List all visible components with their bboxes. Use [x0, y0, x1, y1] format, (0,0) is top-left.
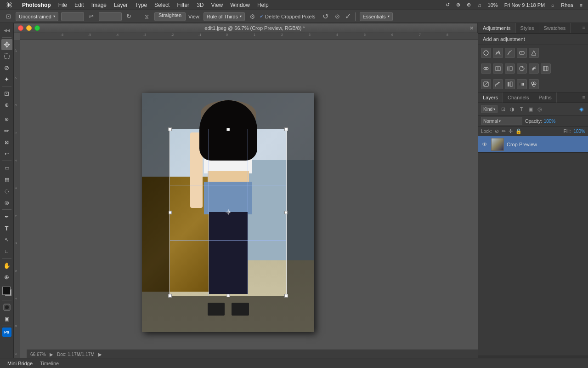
- search-icon[interactable]: ⌕: [549, 2, 556, 8]
- type-filter-icon[interactable]: T: [518, 105, 525, 113]
- gradient-tool[interactable]: ▤: [1, 174, 12, 185]
- vibrance-icon[interactable]: [529, 48, 539, 58]
- marquee-tool[interactable]: [1, 51, 12, 62]
- kind-dropdown[interactable]: Kind ▾: [481, 105, 498, 113]
- view-settings-icon[interactable]: ⚙: [248, 12, 257, 21]
- text-tool[interactable]: T: [1, 223, 12, 234]
- workspace-dropdown[interactable]: Essentials ▾: [360, 12, 393, 21]
- menu-edit[interactable]: Edit: [71, 0, 88, 10]
- close-button[interactable]: [18, 25, 23, 31]
- layer-item[interactable]: 👁 Crop Preview: [478, 136, 588, 153]
- crop-handle-tl[interactable]: [168, 127, 172, 131]
- menu-select[interactable]: Select: [151, 0, 173, 10]
- canvas-content[interactable]: 66.67% ▶ Doc: 1.17M/1.17M ▶: [20, 40, 478, 359]
- menu-file[interactable]: File: [55, 0, 71, 10]
- menu-type[interactable]: Type: [131, 0, 151, 10]
- menu-view[interactable]: View: [207, 0, 226, 10]
- huesat-icon[interactable]: [481, 63, 491, 74]
- rotate-icon[interactable]: ↻: [124, 12, 134, 21]
- foreground-color-swatch[interactable]: [2, 287, 11, 295]
- lasso-tool[interactable]: ⊘: [1, 62, 12, 73]
- straighten-button[interactable]: Straighten: [154, 12, 186, 21]
- spot-heal-tool[interactable]: ⊛: [1, 114, 12, 125]
- layer-visibility-eye[interactable]: 👁: [481, 141, 488, 148]
- selectcolor-icon[interactable]: [529, 79, 539, 89]
- height-input[interactable]: [99, 12, 122, 21]
- history-brush-tool[interactable]: ↩: [1, 148, 12, 159]
- menu-image[interactable]: Image: [88, 0, 110, 10]
- collapse-toolbar-btn[interactable]: ◀◀: [1, 25, 12, 36]
- blur-tool[interactable]: ◌: [1, 185, 12, 196]
- cancel-crop-icon[interactable]: ↺: [321, 12, 330, 21]
- smart-filter-icon[interactable]: ◎: [536, 105, 543, 113]
- magic-wand-tool[interactable]: ✦: [1, 74, 12, 85]
- dodge-tool[interactable]: ◎: [1, 197, 12, 208]
- maximize-button[interactable]: [34, 25, 40, 31]
- menu-help[interactable]: Help: [254, 0, 272, 10]
- photofilter-icon[interactable]: [517, 63, 527, 74]
- quick-mask-tool[interactable]: [1, 302, 12, 313]
- menu-layer[interactable]: Layer: [110, 0, 131, 10]
- zoom-level[interactable]: 66.67%: [30, 352, 46, 357]
- blend-mode-dropdown[interactable]: Normal ▾: [481, 117, 522, 125]
- panel-options-icon[interactable]: ≡: [580, 23, 588, 33]
- tab-adjustments[interactable]: Adjustments: [478, 23, 516, 33]
- menu-filter[interactable]: Filter: [173, 0, 193, 10]
- screen-mode-btn[interactable]: ▣: [1, 313, 12, 324]
- color-swatches[interactable]: [1, 286, 12, 299]
- lock-pixels-icon[interactable]: ✏: [502, 128, 506, 134]
- invert-icon[interactable]: [481, 79, 491, 89]
- apple-menu[interactable]: ⌘: [0, 1, 18, 9]
- width-input[interactable]: [61, 12, 84, 21]
- crop-handle-bl[interactable]: [168, 294, 172, 298]
- pixel-filter-icon[interactable]: ⊡: [499, 105, 507, 113]
- curves-icon[interactable]: [505, 48, 515, 58]
- exposure-icon[interactable]: [517, 48, 527, 58]
- crop-handle-bm[interactable]: [226, 294, 230, 297]
- threshold-icon[interactable]: [505, 79, 515, 89]
- channelmixer-icon[interactable]: [529, 63, 539, 74]
- lock-position-icon[interactable]: ✛: [509, 128, 513, 134]
- minimize-button[interactable]: [26, 25, 32, 31]
- crop-tool[interactable]: ⊡: [1, 88, 12, 99]
- path-select-tool[interactable]: ↖: [1, 234, 12, 245]
- posterize-icon[interactable]: [493, 79, 503, 89]
- brightness-contrast-icon[interactable]: [481, 48, 491, 58]
- delete-cropped-checkbox[interactable]: ✓ Delete Cropped Pixels: [260, 13, 315, 19]
- pen-tool[interactable]: ✒: [1, 211, 12, 222]
- doc-size-arrow[interactable]: ▶: [98, 352, 102, 357]
- tab-styles[interactable]: Styles: [516, 23, 539, 33]
- crop-handle-tm[interactable]: [226, 128, 230, 131]
- tab-paths[interactable]: Paths: [534, 92, 557, 103]
- view-dropdown[interactable]: Rule of Thirds ▾: [204, 12, 245, 21]
- tab-layers[interactable]: Layers: [478, 92, 503, 103]
- colorbalance-icon[interactable]: [493, 63, 503, 74]
- layer-filter-toggle[interactable]: ◉: [578, 105, 585, 113]
- crop-handle-mr[interactable]: [284, 211, 288, 214]
- mini-bridge-tab[interactable]: Mini Bridge: [4, 360, 36, 367]
- gradientmap-icon[interactable]: [517, 79, 527, 89]
- tab-channels[interactable]: Channels: [503, 92, 534, 103]
- timeline-tab[interactable]: Timeline: [36, 360, 62, 367]
- lock-all-icon[interactable]: 🔒: [515, 128, 522, 134]
- opacity-value[interactable]: 100%: [544, 119, 556, 124]
- adjustment-filter-icon[interactable]: ◑: [509, 105, 516, 113]
- constraint-dropdown[interactable]: Unconstrained ▾: [16, 12, 58, 21]
- shape-filter-icon[interactable]: ▣: [527, 105, 534, 113]
- bw-icon[interactable]: [505, 63, 515, 74]
- menu-window[interactable]: Window: [226, 0, 254, 10]
- move-tool[interactable]: [1, 39, 12, 50]
- stamp-tool[interactable]: ⊠: [1, 137, 12, 148]
- menu-3d[interactable]: 3D: [193, 0, 207, 10]
- menu-photoshop[interactable]: Photoshop: [18, 0, 55, 10]
- crop-handle-br[interactable]: [284, 294, 288, 298]
- colrlookup-icon[interactable]: [541, 63, 551, 74]
- eyedropper-tool[interactable]: ⊕: [1, 99, 12, 110]
- layers-panel-options[interactable]: ≡: [580, 92, 588, 103]
- revert-crop-icon[interactable]: ⊘: [333, 12, 342, 21]
- confirm-crop-button[interactable]: ✓: [345, 12, 351, 21]
- fill-value[interactable]: 100%: [573, 129, 585, 134]
- crop-handle-ml[interactable]: [169, 211, 172, 214]
- hand-tool[interactable]: ✋: [1, 260, 12, 271]
- eraser-tool[interactable]: ▭: [1, 162, 12, 173]
